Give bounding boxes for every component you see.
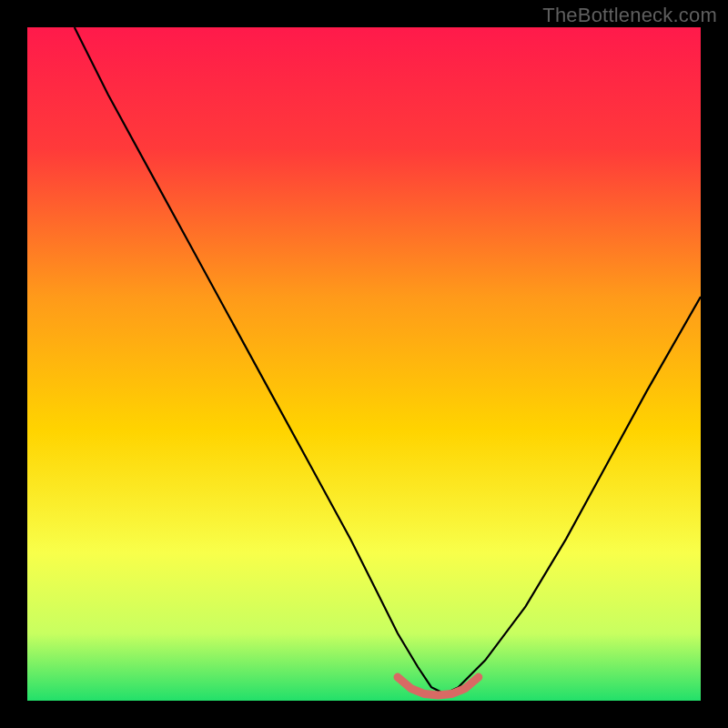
chart-frame: TheBottleneck.com	[0, 0, 728, 728]
gradient-background	[27, 27, 701, 701]
bottleneck-chart	[27, 27, 701, 701]
plot-area	[27, 27, 701, 701]
watermark-text: TheBottleneck.com	[542, 4, 717, 27]
